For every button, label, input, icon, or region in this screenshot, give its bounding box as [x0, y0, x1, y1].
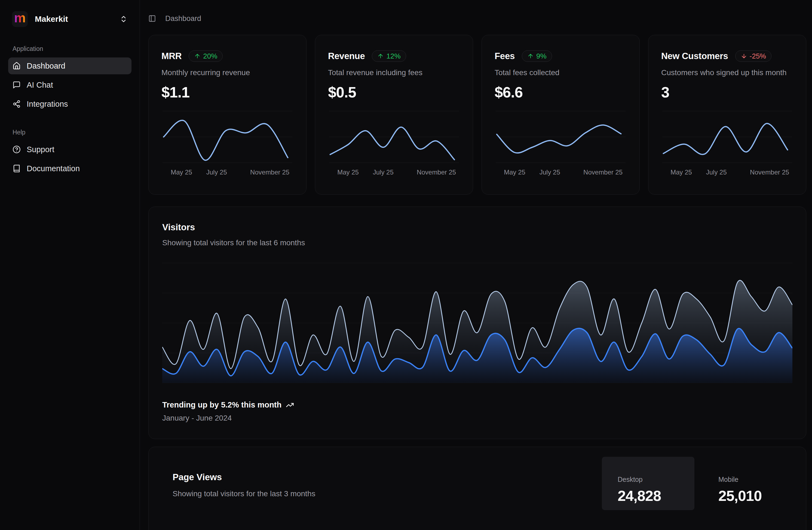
- sidebar-nav: Application Dashboard AI Chat Integratio…: [8, 45, 131, 177]
- axis-label: November 25: [750, 169, 789, 176]
- visitors-chart-svg: [162, 263, 793, 383]
- page-views-card: Page Views Showing total visitors for th…: [148, 447, 806, 530]
- sidebar: m Makerkit Application Dashboard AI Chat…: [0, 0, 140, 530]
- stat-card-header: New Customers -25%: [661, 51, 793, 62]
- sparkline-svg: [328, 109, 460, 165]
- stat-card-subtitle: Monthly recurring revenue: [161, 68, 293, 77]
- axis-label: November 25: [417, 169, 456, 176]
- sidebar-item-integrations[interactable]: Integrations: [8, 96, 131, 112]
- trend-badge-value: 9%: [536, 52, 547, 60]
- arrow-up-icon: [194, 53, 201, 59]
- stat-card-subtitle: Customers who signed up this month: [661, 68, 793, 77]
- axis-label: July 25: [706, 169, 727, 176]
- axis-label: July 25: [539, 169, 560, 176]
- book-icon: [13, 164, 21, 173]
- page-views-tabs: Desktop 24,828 Mobile 25,010: [602, 457, 795, 510]
- axis-label: May 25: [337, 169, 359, 176]
- stat-card-title: New Customers: [661, 51, 728, 61]
- page-views-tab-value: 25,010: [719, 487, 795, 504]
- chat-icon: [13, 81, 21, 89]
- sidebar-item-label: Documentation: [27, 164, 80, 173]
- axis-label: May 25: [171, 169, 192, 176]
- logo-letter: m: [14, 12, 26, 27]
- visitors-date-range: January - June 2024: [162, 414, 793, 422]
- arrow-up-icon: [527, 53, 534, 59]
- main-content: Dashboard MRR 20% Monthly recurring reve…: [140, 0, 812, 530]
- help-icon: [13, 145, 21, 154]
- page-views-tab-label: Mobile: [719, 475, 795, 484]
- stat-card-grid: MRR 20% Monthly recurring revenue $1.1 M…: [148, 35, 806, 195]
- sidebar-item-documentation[interactable]: Documentation: [8, 160, 131, 177]
- page-views-tab-desktop[interactable]: Desktop 24,828: [602, 457, 694, 510]
- stat-card-value: $0.5: [328, 84, 460, 101]
- arrow-down-icon: [741, 53, 747, 59]
- visitors-footer: Trending up by 5.2% this month: [162, 400, 793, 410]
- home-icon: [13, 62, 21, 70]
- trend-badge: 20%: [189, 51, 223, 62]
- visitors-title: Visitors: [162, 222, 793, 232]
- stat-card-title: MRR: [161, 51, 182, 61]
- sidebar-item-dashboard[interactable]: Dashboard: [8, 57, 131, 74]
- trend-badge: -25%: [735, 51, 772, 62]
- stat-card-value: 3: [661, 84, 793, 101]
- trend-badge: 9%: [522, 51, 552, 62]
- topbar: Dashboard: [148, 13, 806, 25]
- stat-card-value: $1.1: [161, 84, 293, 101]
- page-views-tab-mobile[interactable]: Mobile 25,010: [702, 457, 795, 510]
- page-views-tab-label: Desktop: [618, 475, 694, 484]
- trend-badge-value: -25%: [750, 52, 766, 60]
- sparkline-svg: [661, 109, 793, 165]
- sparkline-svg: [495, 109, 627, 165]
- stat-card-subtitle: Total revenue including fees: [328, 68, 460, 77]
- sidebar-item-label: Integrations: [27, 100, 68, 109]
- section-label-help: Help: [13, 129, 127, 136]
- stat-card-header: Fees 9%: [495, 51, 627, 62]
- axis-label: May 25: [670, 169, 692, 176]
- stat-card-title: Revenue: [328, 51, 365, 61]
- stat-card-header: MRR 20%: [161, 51, 293, 62]
- chevrons-up-down-icon: [119, 15, 128, 23]
- stat-card-header: Revenue 12%: [328, 51, 460, 62]
- section-label-application: Application: [13, 45, 127, 53]
- axis-label: November 25: [583, 169, 623, 176]
- trend-badge: 12%: [372, 51, 406, 62]
- trending-up-icon: [286, 401, 294, 409]
- sparkline-chart: May 25July 25November 25: [161, 109, 293, 191]
- stat-card-fees: Fees 9% Total fees collected $6.6 May 25…: [481, 35, 640, 195]
- visitors-subtitle: Showing total visitors for the last 6 mo…: [162, 239, 793, 247]
- breadcrumb: Dashboard: [165, 14, 201, 23]
- sidebar-item-label: Dashboard: [27, 61, 65, 71]
- sparkline-chart: May 25July 25November 25: [495, 109, 627, 191]
- axis-label: May 25: [504, 169, 525, 176]
- visitors-trend-text: Trending up by 5.2% this month: [162, 400, 281, 410]
- brand-name: Makerkit: [35, 14, 68, 24]
- trend-badge-value: 20%: [203, 52, 217, 60]
- workspace-switcher[interactable]: m Makerkit: [8, 8, 131, 30]
- stat-card-title: Fees: [495, 51, 515, 61]
- page-views-tab-value: 24,828: [618, 487, 694, 504]
- visitors-chart: [162, 263, 793, 383]
- sidebar-item-label: AI Chat: [27, 81, 53, 89]
- stat-card-subtitle: Total fees collected: [495, 68, 627, 77]
- stat-card-mrr: MRR 20% Monthly recurring revenue $1.1 M…: [148, 35, 306, 195]
- visitors-card: Visitors Showing total visitors for the …: [148, 206, 806, 439]
- axis-label: November 25: [250, 169, 289, 176]
- sparkline-chart: May 25July 25November 25: [328, 109, 460, 191]
- arrow-up-icon: [377, 53, 384, 59]
- trend-badge-value: 12%: [386, 52, 401, 60]
- stat-card-value: $6.6: [495, 84, 627, 101]
- sidebar-item-ai-chat[interactable]: AI Chat: [8, 76, 131, 94]
- sidebar-toggle-icon[interactable]: [148, 15, 156, 22]
- sparkline-svg: [161, 109, 293, 165]
- stat-card-revenue: Revenue 12% Total revenue including fees…: [315, 35, 473, 195]
- axis-label: July 25: [206, 169, 227, 176]
- share-icon: [13, 100, 21, 108]
- axis-label: July 25: [373, 169, 394, 176]
- sparkline-chart: May 25July 25November 25: [661, 109, 793, 191]
- makerkit-logo: m: [12, 11, 28, 27]
- sidebar-item-support[interactable]: Support: [8, 141, 131, 158]
- stat-card-new-customers: New Customers -25% Customers who signed …: [648, 35, 806, 195]
- sidebar-item-label: Support: [27, 145, 55, 154]
